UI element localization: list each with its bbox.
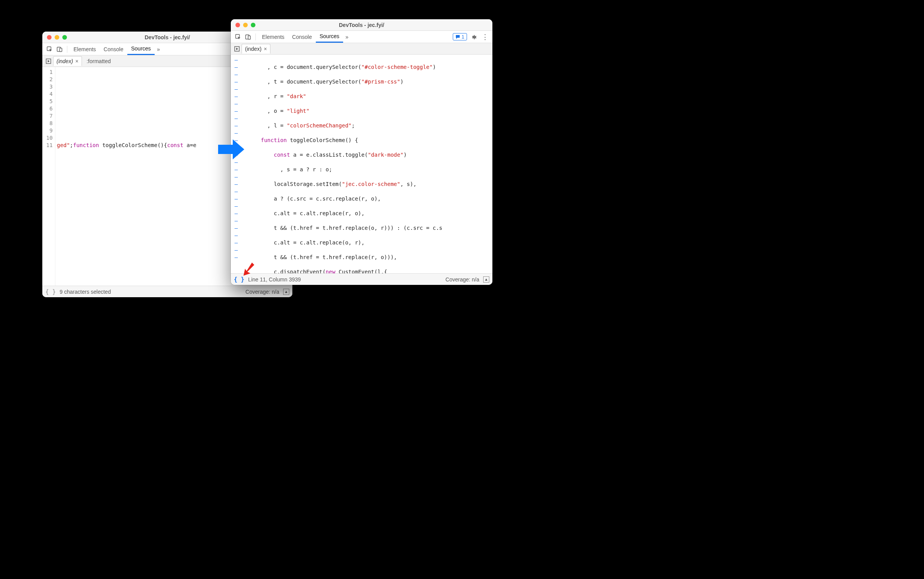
status-bar: { } Line 11, Column 3939 Coverage: n/a ▲ bbox=[231, 273, 492, 285]
close-tab-icon[interactable]: × bbox=[264, 46, 267, 52]
file-tab-label: (index) bbox=[57, 58, 73, 64]
messages-badge[interactable]: 1 bbox=[453, 33, 467, 40]
pretty-print-icon[interactable]: { } bbox=[45, 288, 56, 295]
window-title: DevTools - jec.fyi/ bbox=[231, 22, 492, 28]
line-gutter: –––––––––––––––––––––––––––– bbox=[231, 55, 242, 273]
messages-count: 1 bbox=[462, 34, 464, 40]
zoom-icon[interactable] bbox=[62, 35, 67, 40]
tab-elements[interactable]: Elements bbox=[70, 44, 100, 55]
minimize-icon[interactable] bbox=[55, 35, 59, 40]
file-tabs: (index) × bbox=[231, 43, 492, 55]
kebab-icon[interactable]: ⋮ bbox=[480, 32, 490, 42]
svg-marker-9 bbox=[244, 263, 254, 276]
toggle-bottom-icon[interactable]: ▲ bbox=[483, 276, 489, 283]
file-tab-index[interactable]: (index) × bbox=[53, 56, 82, 66]
zoom-icon[interactable] bbox=[251, 23, 255, 27]
device-toggle-icon[interactable] bbox=[243, 32, 253, 42]
close-icon[interactable] bbox=[47, 35, 52, 40]
close-tab-icon[interactable]: × bbox=[75, 58, 78, 64]
svg-rect-6 bbox=[248, 36, 250, 39]
toggle-bottom-icon[interactable]: ▲ bbox=[283, 289, 289, 295]
navigator-toggle-icon[interactable] bbox=[232, 46, 242, 52]
coverage-text: Coverage: n/a bbox=[445, 276, 479, 283]
tab-elements[interactable]: Elements bbox=[258, 32, 288, 42]
devtools-window-right: DevTools - jec.fyi/ Elements Console Sou… bbox=[231, 19, 492, 285]
minimize-icon[interactable] bbox=[243, 23, 248, 27]
gear-icon[interactable] bbox=[469, 32, 479, 42]
arrow-blue-icon bbox=[218, 138, 245, 161]
line-gutter: 1 2 3 4 5 6 7 8 9 10 11 bbox=[42, 67, 55, 286]
more-tabs-icon[interactable]: » bbox=[343, 34, 351, 40]
inspect-icon[interactable] bbox=[233, 32, 243, 42]
inspect-icon[interactable] bbox=[45, 44, 55, 54]
status-text: 9 characters selected bbox=[60, 289, 111, 295]
code-editor[interactable]: –––––––––––––––––––––––––––– , c = docum… bbox=[231, 55, 492, 273]
status-text: Line 11, Column 3939 bbox=[248, 276, 301, 283]
navigator-toggle-icon[interactable] bbox=[44, 59, 53, 64]
code-content[interactable]: , c = document.querySelector("#color-sch… bbox=[242, 55, 492, 273]
tab-console[interactable]: Console bbox=[288, 32, 315, 42]
devtools-toolbar: Elements Console Sources » 1 ⋮ bbox=[231, 31, 492, 43]
more-tabs-icon[interactable]: » bbox=[155, 46, 162, 52]
tab-sources[interactable]: Sources bbox=[316, 31, 343, 43]
tab-formatted[interactable]: :formatted bbox=[83, 57, 114, 66]
file-tab-index[interactable]: (index) × bbox=[242, 44, 270, 54]
device-toggle-icon[interactable] bbox=[55, 44, 65, 54]
svg-rect-2 bbox=[60, 48, 62, 52]
arrow-red-icon bbox=[240, 262, 256, 277]
titlebar: DevTools - jec.fyi/ bbox=[231, 19, 492, 31]
status-bar: { } 9 characters selected Coverage: n/a … bbox=[42, 286, 292, 297]
close-icon[interactable] bbox=[235, 23, 240, 27]
file-tab-label: (index) bbox=[245, 46, 262, 52]
tab-console[interactable]: Console bbox=[100, 44, 127, 55]
coverage-text: Coverage: n/a bbox=[245, 289, 279, 295]
tab-sources[interactable]: Sources bbox=[127, 43, 155, 55]
svg-marker-8 bbox=[218, 139, 244, 159]
